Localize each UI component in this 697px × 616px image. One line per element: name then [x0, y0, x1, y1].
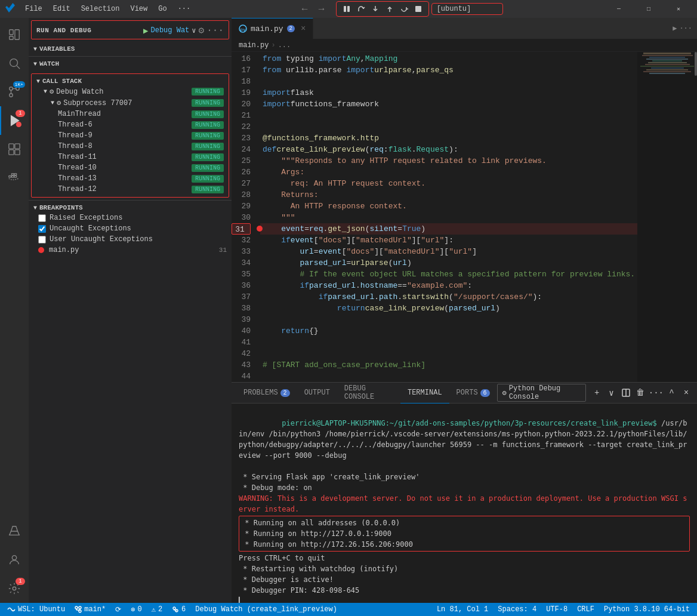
maximize-panel-btn[interactable]: ^	[665, 386, 677, 400]
debug-stop-btn[interactable]	[412, 3, 425, 15]
nav-forward-btn[interactable]: →	[314, 2, 329, 16]
bp-uncaught-checkbox[interactable]	[38, 225, 46, 233]
svg-text:py: py	[240, 27, 246, 32]
stack-item-thread13[interactable]: Thread-13 RUNNING	[32, 173, 229, 184]
terminal-dropdown-btn[interactable]: ∨	[605, 386, 617, 400]
error-count: 0	[137, 605, 141, 614]
watch-header[interactable]: ▼ WATCH	[29, 59, 232, 69]
breadcrumb: main.py › ...	[232, 39, 697, 52]
run-editor-icon[interactable]: ▶	[673, 24, 677, 33]
status-line-ending[interactable]: CRLF	[575, 605, 597, 614]
more-actions-icon[interactable]: ···	[206, 25, 224, 36]
status-wsl[interactable]: WSL: Ubuntu	[5, 605, 67, 614]
stack-item-debug-watch[interactable]: ▼ ⚙ Debug Watch RUNNING	[32, 86, 229, 97]
bp-user-uncaught-label: User Uncaught Exceptions	[50, 235, 153, 244]
breadcrumb-dots[interactable]: ...	[278, 41, 291, 50]
debug-config[interactable]: Debug Wat	[151, 26, 190, 35]
activity-settings[interactable]: 1	[0, 574, 29, 603]
status-branch[interactable]: main*	[72, 605, 108, 614]
callstack-title: CALL STACK	[42, 78, 82, 85]
bp-user-uncaught-checkbox[interactable]	[38, 236, 46, 244]
status-warnings[interactable]: ⚠ 2	[149, 605, 165, 614]
stack-item-subprocess[interactable]: ▼ ⚙ Subprocess 77007 RUNNING	[32, 97, 229, 109]
activity-search[interactable]	[0, 49, 29, 78]
menu-view[interactable]: View	[125, 4, 152, 14]
dropdown-icon[interactable]: ∨	[192, 26, 196, 35]
status-spaces[interactable]: Spaces: 4	[495, 605, 539, 614]
stack-item-thread8[interactable]: Thread-8 RUNNING	[32, 141, 229, 152]
maximize-btn[interactable]: □	[635, 0, 662, 18]
terminal-actions: ⚙ Python Debug Console + ∨ 🗑 ··· ^ ×	[497, 384, 692, 402]
gear-icon[interactable]: ⚙	[199, 24, 205, 36]
debug-step-into-btn[interactable]	[369, 3, 382, 15]
stack-item-thread11[interactable]: Thread-11 RUNNING	[32, 152, 229, 162]
bp-raised-checkbox[interactable]	[38, 214, 46, 222]
split-terminal-btn[interactable]	[620, 386, 632, 400]
tab-debug-console[interactable]: DEBUG CONSOLE	[337, 383, 400, 404]
close-panel-btn[interactable]: ×	[680, 386, 692, 400]
status-language[interactable]: Python 3.8.10 64-bit	[602, 605, 692, 614]
menu-edit[interactable]: Edit	[48, 4, 75, 14]
status-ports[interactable]: 6	[169, 605, 188, 614]
activity-testing[interactable]	[0, 517, 29, 546]
menu-selection[interactable]: Selection	[76, 4, 125, 14]
terminal-content[interactable]: pierrick@LAPTOP-HKU5PNNG:~/git/add-ons-s…	[232, 404, 697, 603]
stack-item-thread6[interactable]: Thread-6 RUNNING	[32, 119, 229, 130]
variables-header[interactable]: ▼ VARIABLES	[29, 44, 232, 54]
menu-file[interactable]: File	[20, 4, 47, 14]
problems-label: PROBLEMS	[243, 389, 278, 397]
close-btn[interactable]: ✕	[665, 0, 692, 18]
debug-pause-btn[interactable]	[340, 3, 353, 15]
status-line-col[interactable]: Ln 81, Col 1	[434, 605, 491, 614]
status-sync[interactable]: ⟳	[113, 605, 124, 614]
stack-item-thread9[interactable]: Thread-9 RUNNING	[32, 130, 229, 141]
editor-more-icon[interactable]: ···	[679, 24, 692, 33]
debug-step-over-btn[interactable]	[354, 3, 368, 15]
variables-section: ▼ VARIABLES	[29, 42, 232, 56]
bp-uncaught-exceptions[interactable]: Uncaught Exceptions	[29, 223, 232, 234]
menu-go[interactable]: Go	[153, 4, 171, 14]
activity-docker[interactable]	[0, 164, 29, 192]
svg-rect-25	[14, 174, 17, 175]
activity-extensions[interactable]	[0, 135, 29, 164]
activity-source-control[interactable]: 1K+	[0, 78, 29, 106]
breakpoints-header[interactable]: ▼ BREAKPOINTS	[29, 203, 232, 212]
tab-problems[interactable]: PROBLEMS 2	[236, 383, 297, 404]
delete-terminal-btn[interactable]: 🗑	[634, 386, 646, 400]
bp-main-py[interactable]: main.py 31	[29, 245, 232, 255]
warning-count: 2	[158, 605, 162, 614]
tab-terminal[interactable]: TERMINAL	[400, 383, 449, 404]
run-icon[interactable]: ▶	[143, 26, 148, 36]
bp-user-uncaught-exceptions[interactable]: User Uncaught Exceptions	[29, 234, 232, 245]
tab-main-py[interactable]: py main.py 2 ×	[232, 18, 313, 39]
menu-more[interactable]: ···	[173, 4, 196, 14]
stack-item-thread12[interactable]: Thread-12 RUNNING	[32, 184, 229, 195]
term-line-ctrl-c: Press CTRL+C to quit	[239, 553, 690, 563]
code-line-36: if parsed_url.hostname == "example.com":	[260, 280, 637, 291]
add-terminal-btn[interactable]: +	[591, 386, 603, 400]
tab-close-icon[interactable]: ×	[301, 24, 306, 33]
status-errors[interactable]: ⊗ 0	[128, 605, 144, 614]
minimize-btn[interactable]: ─	[605, 0, 633, 18]
status-encoding[interactable]: UTF-8	[544, 605, 570, 614]
activity-explorer[interactable]	[0, 20, 29, 49]
debug-step-out-btn[interactable]	[383, 3, 396, 15]
stack-item-thread10[interactable]: Thread-10 RUNNING	[32, 162, 229, 173]
tab-ports[interactable]: PORTS 6	[449, 383, 497, 404]
tab-output[interactable]: OUTPUT	[297, 383, 337, 404]
svg-point-16	[16, 122, 21, 127]
breadcrumb-file[interactable]: main.py	[239, 41, 269, 50]
python-debug-console[interactable]: ⚙ Python Debug Console	[497, 384, 586, 402]
bp-raised-exceptions[interactable]: Raised Exceptions	[29, 212, 232, 223]
activity-run-debug[interactable]: 1	[0, 106, 29, 135]
debug-target[interactable]: [ubuntu]	[431, 3, 503, 15]
more-terminal-btn[interactable]: ···	[649, 386, 663, 400]
nav-back-btn[interactable]: ←	[298, 2, 312, 16]
code-editor[interactable]: 16 17 18 19 20 21 22 23 24 25 26 27 28 2…	[232, 52, 637, 382]
status-bar: WSL: Ubuntu main* ⟳ ⊗ 0 ⚠ 2 6 Debug Watc…	[0, 603, 697, 616]
status-debug[interactable]: Debug Watch (create_link_preview)	[193, 605, 340, 614]
debug-restart-btn[interactable]	[397, 3, 411, 15]
activity-accounts[interactable]	[0, 546, 29, 574]
stack-item-mainthread[interactable]: MainThread RUNNING	[32, 109, 229, 119]
callstack-header[interactable]: ▼ CALL STACK	[32, 76, 229, 86]
